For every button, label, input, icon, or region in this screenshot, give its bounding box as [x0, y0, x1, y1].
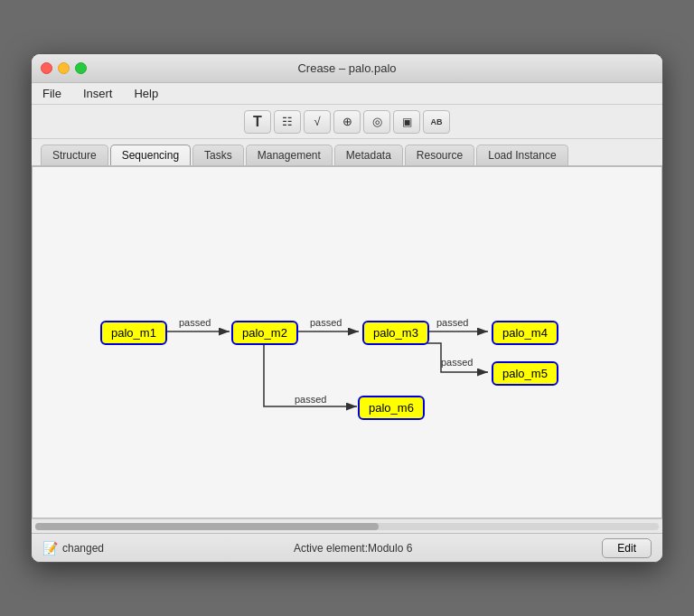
edge-label-m2-m3: passed	[310, 317, 342, 328]
window-title: Crease – palo.palo	[297, 61, 396, 75]
status-changed-section: 📝 changed	[42, 541, 104, 555]
tabs-bar: Structure Sequencing Tasks Management Me…	[32, 139, 662, 166]
node-palo-m5[interactable]: palo_m5	[492, 361, 558, 386]
status-bar: 📝 changed Active element:Modulo 6 Edit	[32, 533, 662, 562]
tab-management[interactable]: Management	[246, 145, 333, 165]
node-palo-m4[interactable]: palo_m4	[492, 321, 558, 345]
tab-metadata[interactable]: Metadata	[334, 145, 403, 165]
tab-load-instance[interactable]: Load Instance	[476, 145, 567, 165]
script-tool-button[interactable]: ▣	[393, 110, 420, 134]
maximize-button[interactable]	[75, 62, 87, 74]
changed-icon: 📝	[42, 541, 58, 555]
node-palo-m6[interactable]: palo_m6	[358, 396, 425, 420]
list-tool-button[interactable]: ☷	[274, 110, 301, 134]
tab-tasks[interactable]: Tasks	[192, 145, 244, 165]
menu-help[interactable]: Help	[130, 87, 162, 100]
diagram-content: passed passed passed passed passed	[32, 166, 662, 518]
tab-sequencing[interactable]: Sequencing	[110, 145, 191, 165]
text-tool-button[interactable]: T	[244, 110, 271, 134]
close-button[interactable]	[41, 62, 52, 74]
edge-label-m1-m2: passed	[179, 317, 211, 328]
ab-tool-button[interactable]: AB	[423, 110, 450, 134]
tab-resource[interactable]: Resource	[405, 145, 474, 165]
menu-bar: File Insert Help	[32, 83, 662, 105]
node-palo-m2[interactable]: palo_m2	[231, 321, 298, 345]
status-active-element: Active element:Modulo 6	[104, 542, 602, 555]
db-tool-button[interactable]: ◎	[363, 110, 390, 134]
status-changed-label: changed	[62, 542, 104, 555]
menu-insert[interactable]: Insert	[80, 87, 117, 100]
tab-structure[interactable]: Structure	[41, 145, 108, 165]
scrollbar-thumb[interactable]	[35, 523, 379, 530]
edge-label-m3-m4: passed	[436, 317, 468, 328]
main-window: Crease – palo.palo File Insert Help T ☷ …	[31, 53, 663, 563]
horizontal-scrollbar[interactable]	[32, 518, 662, 533]
diagram-area: passed passed passed passed passed	[33, 167, 661, 518]
toolbar: T ☷ √ ⊕ ◎ ▣ AB	[32, 105, 662, 139]
minimize-button[interactable]	[58, 62, 70, 74]
menu-file[interactable]: File	[39, 87, 65, 100]
traffic-lights	[41, 62, 87, 74]
scrollbar-track	[35, 523, 659, 530]
edit-button[interactable]: Edit	[602, 538, 652, 558]
edge-label-m3-m5: passed	[441, 357, 473, 368]
node-palo-m1[interactable]: palo_m1	[100, 321, 167, 345]
web-tool-button[interactable]: ⊕	[333, 110, 361, 134]
formula-tool-button[interactable]: √	[304, 110, 331, 134]
edge-label-m2-m6: passed	[295, 394, 326, 405]
title-bar: Crease – palo.palo	[32, 54, 662, 83]
node-palo-m3[interactable]: palo_m3	[362, 321, 429, 345]
